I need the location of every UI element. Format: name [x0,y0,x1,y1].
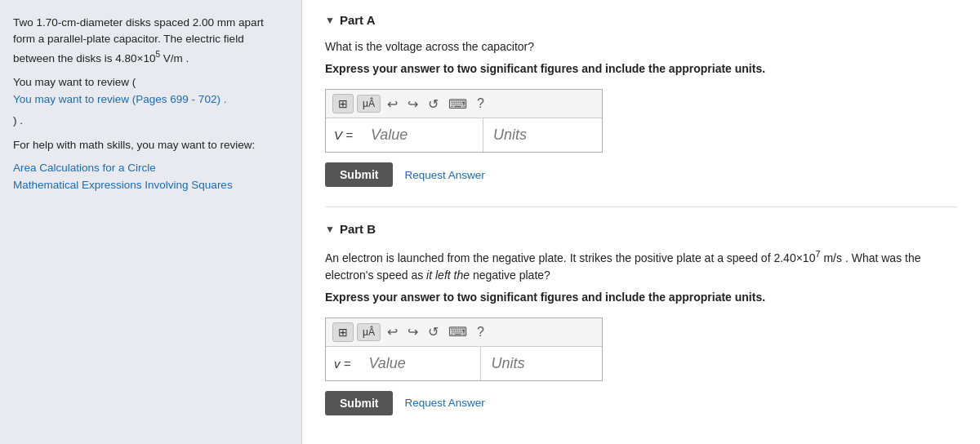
part-b-undo-button[interactable]: ↩ [384,322,401,341]
part-a-input-row: V = [326,118,602,152]
part-b-section: ▼ Part B An electron is launched from th… [325,222,957,415]
part-b-instruction: Express your answer to two significant f… [325,289,957,306]
part-a-keyboard-button[interactable]: ⌨ [445,95,470,113]
part-b-units-input[interactable] [481,347,579,380]
part-a-value-input[interactable] [361,118,483,152]
part-a-label: Part A [340,13,376,27]
part-b-request-answer-link[interactable]: Request Answer [404,397,484,409]
part-a-action-row: Submit Request Answer [325,162,957,187]
part-a-instruction: Express your answer to two significant f… [325,60,957,78]
part-a-chevron: ▼ [325,15,335,26]
part-b-help-button[interactable]: ? [474,323,488,341]
part-b-mu-button[interactable]: μÂ [357,323,381,341]
part-b-toolbar: ⊞ μÂ ↩ ↪ ↺ ⌨ ? [326,318,602,347]
part-b-action-row: Submit Request Answer [325,391,957,415]
part-b-redo-button[interactable]: ↪ [404,322,421,341]
part-b-submit-button[interactable]: Submit [325,391,393,415]
review-pages-link[interactable]: You may want to review (Pages 699 - 702)… [13,91,288,108]
part-b-answer-box: ⊞ μÂ ↩ ↪ ↺ ⌨ ? v = [325,317,603,381]
part-a-request-answer-link[interactable]: Request Answer [404,169,484,181]
part-b-question: An electron is launched from the negativ… [325,247,957,284]
sidebar: Two 1.70-cm-diameter disks spaced 2.00 m… [0,0,302,444]
part-a-redo-button[interactable]: ↪ [404,95,421,113]
part-a-grid-button[interactable]: ⊞ [332,94,354,113]
part-a-question: What is the voltage across the capacitor… [325,38,957,56]
main-content: ▼ Part A What is the voltage across the … [302,0,980,444]
part-a-mu-button[interactable]: μÂ [357,95,381,113]
help-note: For help with math skills, you may want … [13,137,288,153]
part-a-section: ▼ Part A What is the voltage across the … [325,13,957,187]
part-divider [325,206,957,207]
part-a-units-input[interactable] [483,118,581,152]
part-b-grid-button[interactable]: ⊞ [332,322,354,342]
part-a-toolbar: ⊞ μÂ ↩ ↪ ↺ ⌨ ? [326,90,602,118]
area-calculations-link[interactable]: Area Calculations for a Circle [13,162,288,174]
part-b-label: Part B [340,222,376,236]
part-a-undo-button[interactable]: ↩ [384,95,401,113]
part-b-header[interactable]: ▼ Part B [325,222,957,236]
part-b-input-row: v = [326,347,602,380]
part-b-value-input[interactable] [359,347,481,380]
mathematical-expressions-link[interactable]: Mathematical Expressions Involving Squar… [13,179,288,191]
part-a-help-button[interactable]: ? [474,95,488,113]
part-b-keyboard-button[interactable]: ⌨ [445,322,470,341]
part-a-header[interactable]: ▼ Part A [325,13,957,27]
problem-statement: Two 1.70-cm-diameter disks spaced 2.00 m… [13,15,288,66]
part-a-refresh-button[interactable]: ↺ [425,95,442,113]
part-b-chevron: ▼ [325,224,335,235]
part-b-refresh-button[interactable]: ↺ [425,322,442,341]
part-a-eq-label: V = [326,118,361,152]
part-a-answer-box: ⊞ μÂ ↩ ↪ ↺ ⌨ ? V = [325,89,603,153]
part-a-submit-button[interactable]: Submit [325,162,393,187]
part-b-eq-label: v = [326,347,359,380]
review-note: You may want to review (You may want to … [13,74,288,129]
